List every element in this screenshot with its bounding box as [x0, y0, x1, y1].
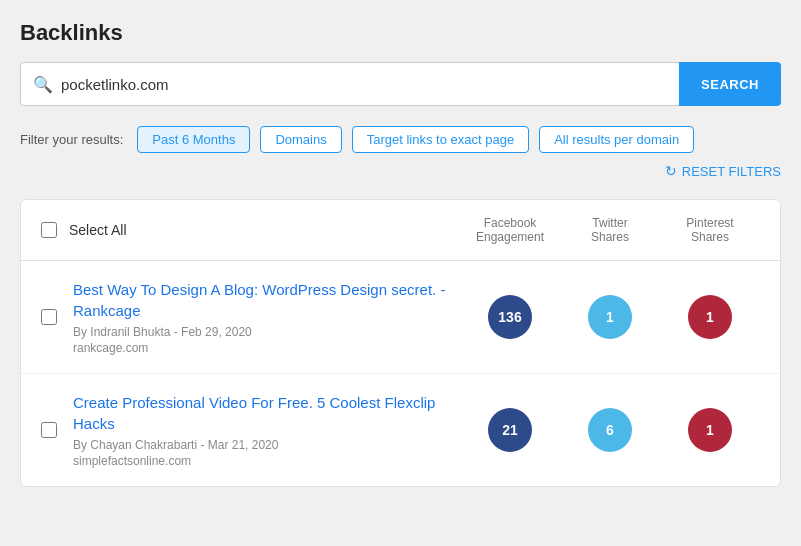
twitter-metric-2: 6: [560, 408, 660, 452]
row-checkbox-2[interactable]: [41, 422, 57, 438]
filter-btn-allresults[interactable]: All results per domain: [539, 126, 694, 153]
filter-btn-domains[interactable]: Domains: [260, 126, 341, 153]
col-header-facebook: FacebookEngagement: [460, 216, 560, 244]
twitter-circle-2: 6: [588, 408, 632, 452]
table-row: Create Professional Video For Free. 5 Co…: [21, 374, 780, 486]
select-all-checkbox[interactable]: [41, 222, 57, 238]
reset-icon: ↻: [665, 163, 677, 179]
metrics-2: 21 6 1: [460, 408, 760, 452]
metrics-1: 136 1 1: [460, 295, 760, 339]
reset-filters-button[interactable]: ↻ RESET FILTERS: [665, 163, 781, 179]
search-bar: 🔍 SEARCH: [20, 62, 781, 106]
reset-filters-label: RESET FILTERS: [682, 164, 781, 179]
results-card: Select All FacebookEngagement TwitterSha…: [20, 199, 781, 487]
col-header-twitter: TwitterShares: [560, 216, 660, 244]
search-input[interactable]: [61, 76, 667, 93]
results-header: Select All FacebookEngagement TwitterSha…: [21, 200, 780, 261]
facebook-circle-1: 136: [488, 295, 532, 339]
facebook-metric-2: 21: [460, 408, 560, 452]
result-domain-1: rankcage.com: [73, 341, 460, 355]
result-content-1: Best Way To Design A Blog: WordPress Des…: [73, 279, 460, 355]
facebook-metric-1: 136: [460, 295, 560, 339]
filter-row: Filter your results: Past 6 Months Domai…: [20, 126, 781, 179]
result-title-2[interactable]: Create Professional Video For Free. 5 Co…: [73, 392, 460, 434]
result-meta-1: By Indranil Bhukta - Feb 29, 2020: [73, 325, 460, 339]
result-title-1[interactable]: Best Way To Design A Blog: WordPress Des…: [73, 279, 460, 321]
search-button[interactable]: SEARCH: [679, 62, 781, 106]
filter-btn-targetlinks[interactable]: Target links to exact page: [352, 126, 529, 153]
filter-btn-past6months[interactable]: Past 6 Months: [137, 126, 250, 153]
page-title: Backlinks: [20, 20, 781, 46]
col-header-pinterest: PinterestShares: [660, 216, 760, 244]
facebook-circle-2: 21: [488, 408, 532, 452]
table-row: Best Way To Design A Blog: WordPress Des…: [21, 261, 780, 374]
result-content-2: Create Professional Video For Free. 5 Co…: [73, 392, 460, 468]
twitter-circle-1: 1: [588, 295, 632, 339]
pinterest-metric-1: 1: [660, 295, 760, 339]
row-checkbox-1[interactable]: [41, 309, 57, 325]
result-meta-2: By Chayan Chakrabarti - Mar 21, 2020: [73, 438, 460, 452]
filter-label: Filter your results:: [20, 132, 123, 147]
pinterest-metric-2: 1: [660, 408, 760, 452]
search-icon: 🔍: [33, 75, 53, 94]
pinterest-circle-1: 1: [688, 295, 732, 339]
col-headers: FacebookEngagement TwitterShares Pintere…: [460, 216, 760, 244]
twitter-metric-1: 1: [560, 295, 660, 339]
search-input-wrapper: 🔍: [20, 62, 679, 106]
result-domain-2: simplefactsonline.com: [73, 454, 460, 468]
pinterest-circle-2: 1: [688, 408, 732, 452]
select-all-label: Select All: [69, 222, 127, 238]
